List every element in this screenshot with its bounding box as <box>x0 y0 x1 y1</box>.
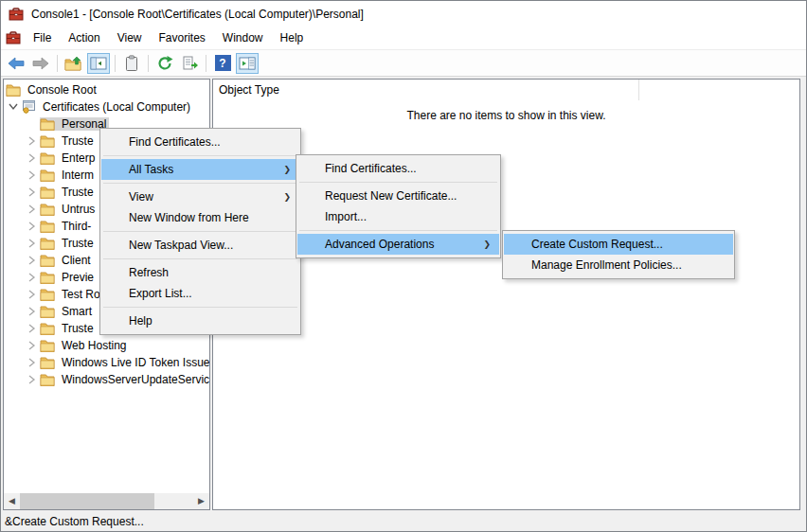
collapsed-chevron-icon[interactable] <box>25 307 40 316</box>
list-column-header[interactable]: Object Type <box>213 80 799 100</box>
folder-icon <box>40 134 59 148</box>
scroll-left-arrow-icon[interactable]: ◀ <box>4 493 20 509</box>
empty-view-message: There are no items to show in this view. <box>213 109 799 122</box>
show-console-tree-button[interactable] <box>87 53 110 74</box>
submenu-arrow-icon: ❯ <box>483 234 491 255</box>
refresh-button[interactable] <box>153 53 176 74</box>
tree-item-label: Enterp <box>59 151 98 165</box>
tree-horizontal-scrollbar[interactable]: ◀ ▶ <box>4 493 209 509</box>
menu-item-label: Create Custom Request... <box>531 238 663 251</box>
tree-item-console-root[interactable]: Console Root <box>6 81 209 98</box>
menu-separator <box>299 182 497 183</box>
collapsed-chevron-icon[interactable] <box>25 375 40 384</box>
menu-item-label: Find Certificates... <box>129 135 221 149</box>
collapsed-chevron-icon[interactable] <box>25 341 40 350</box>
folder-icon <box>40 322 59 335</box>
status-bar: &Create Custom Request... <box>1 511 806 531</box>
collapsed-chevron-icon[interactable] <box>25 358 40 367</box>
refresh-icon <box>156 55 173 72</box>
folder-icon <box>40 151 59 165</box>
tree-item-windows-live-id[interactable]: Windows Live ID Token Issue <box>25 354 209 371</box>
menu-item-new-taskpad-view[interactable]: New Taskpad View... <box>101 235 299 256</box>
collapsed-chevron-icon[interactable] <box>25 204 40 214</box>
collapsed-chevron-icon[interactable] <box>25 239 40 248</box>
back-button[interactable] <box>5 53 27 74</box>
help-button[interactable]: ? <box>211 53 234 74</box>
certificates-icon <box>21 99 40 115</box>
column-divider[interactable] <box>638 80 639 100</box>
status-text: &Create Custom Request... <box>5 515 144 528</box>
forward-button[interactable] <box>29 53 52 74</box>
menu-item-label: Help <box>129 314 152 328</box>
tree-item-wsus[interactable]: WindowsServerUpdateServic <box>25 371 209 388</box>
expanded-chevron-icon[interactable] <box>6 103 21 111</box>
menu-item-label: Request New Certificate... <box>325 189 457 203</box>
folder-icon <box>40 288 59 301</box>
app-toolbox-icon <box>9 7 24 22</box>
clipboard-icon <box>124 55 139 72</box>
collapsed-chevron-icon[interactable] <box>25 290 40 299</box>
folder-icon <box>6 83 25 97</box>
menu-item-create-custom-request[interactable]: Create Custom Request... <box>504 234 733 255</box>
action-pane-icon <box>239 56 256 71</box>
collapsed-chevron-icon[interactable] <box>25 324 40 333</box>
folder-icon <box>40 117 59 131</box>
menu-item-view[interactable]: View❯ <box>101 186 299 207</box>
menu-file[interactable]: File <box>25 28 60 47</box>
tree-item-label: Untrus <box>59 203 98 216</box>
menu-item-find-certificates[interactable]: Find Certificates... <box>101 132 299 152</box>
menu-view[interactable]: View <box>109 28 151 47</box>
menu-item-label: All Tasks <box>129 163 173 176</box>
scroll-right-arrow-icon[interactable]: ▶ <box>193 493 209 509</box>
tree-item-label: Certificates (Local Computer) <box>40 100 193 114</box>
clipboard-button[interactable] <box>120 53 143 74</box>
help-icon: ? <box>215 55 231 71</box>
folder-icon <box>40 186 59 199</box>
collapsed-chevron-icon[interactable] <box>25 273 40 282</box>
collapsed-chevron-icon[interactable] <box>25 170 40 180</box>
folder-icon <box>40 237 59 250</box>
tree-item-certificates-local-computer[interactable]: Certificates (Local Computer) <box>6 98 209 115</box>
menu-action[interactable]: Action <box>60 28 108 47</box>
forward-arrow-icon <box>31 55 50 72</box>
menu-bar: File Action View Favorites Window Help <box>1 27 806 50</box>
menu-help[interactable]: Help <box>272 28 313 47</box>
menu-favorites[interactable]: Favorites <box>151 28 214 47</box>
folder-icon <box>40 254 59 267</box>
collapsed-chevron-icon[interactable] <box>25 222 40 231</box>
menu-item-new-window-from-here[interactable]: New Window from Here <box>101 207 299 228</box>
menu-window[interactable]: Window <box>214 28 272 47</box>
tree-item-label: Console Root <box>25 83 99 97</box>
menu-item-import[interactable]: Import... <box>297 206 499 227</box>
tree-item-label: Truste <box>59 322 97 335</box>
tree-item-label: Truste <box>59 134 97 148</box>
menu-item-refresh[interactable]: Refresh <box>101 262 299 283</box>
tree-item-label: Web Hosting <box>59 339 129 352</box>
menu-item-all-tasks[interactable]: All Tasks❯ <box>101 159 299 180</box>
show-action-pane-button[interactable] <box>236 53 259 74</box>
collapsed-chevron-icon[interactable] <box>25 136 40 146</box>
folder-up-icon <box>64 56 83 71</box>
menu-item-export-list[interactable]: Export List... <box>101 283 299 304</box>
menu-item-advanced-operations[interactable]: Advanced Operations❯ <box>297 234 499 255</box>
folder-icon <box>40 356 59 369</box>
up-one-level-button[interactable] <box>63 53 85 74</box>
menu-item-request-new-certificate[interactable]: Request New Certificate... <box>297 186 499 206</box>
menu-item-manage-enrollment-policies[interactable]: Manage Enrollment Policies... <box>504 255 733 275</box>
menu-item-find-certificates[interactable]: Find Certificates... <box>297 158 499 179</box>
tree-item-label: Windows Live ID Token Issue <box>59 356 210 369</box>
tree-item-label: Smart <box>59 305 95 318</box>
toolbar-separator <box>206 55 206 72</box>
toolbar: ? <box>1 50 806 77</box>
back-arrow-icon <box>7 55 26 72</box>
tree-item-web-hosting[interactable]: Web Hosting <box>25 337 209 354</box>
toolbar-separator <box>115 55 116 72</box>
export-list-button[interactable] <box>178 53 201 74</box>
collapsed-chevron-icon[interactable] <box>25 153 40 163</box>
menu-item-help[interactable]: Help <box>101 310 299 331</box>
collapsed-chevron-icon[interactable] <box>25 256 40 265</box>
export-list-icon <box>181 55 199 72</box>
child-window-icon <box>6 30 21 45</box>
collapsed-chevron-icon[interactable] <box>25 187 40 197</box>
scrollbar-thumb[interactable] <box>20 493 154 509</box>
